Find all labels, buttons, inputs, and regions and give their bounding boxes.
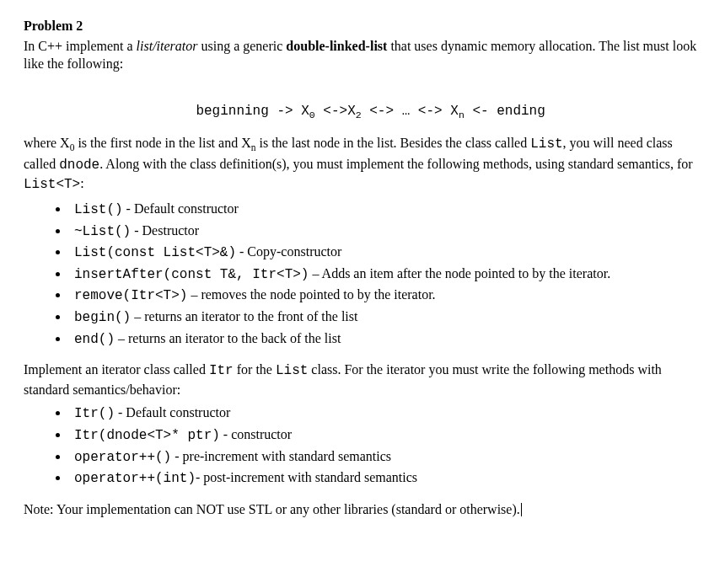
method-code: begin() (74, 310, 131, 325)
method-code: operator++(int) (74, 471, 196, 486)
where-p5: . Along with the class definition(s), yo… (99, 157, 692, 171)
list-item: end() – returns an iterator to the back … (69, 329, 701, 350)
where-m3: List<T> (24, 177, 80, 192)
diagram-sub-n: n (459, 110, 465, 121)
method-code: List() (74, 202, 123, 217)
iter-p2: for the (234, 362, 276, 377)
diagram-sub-0: 0 (309, 110, 315, 121)
diagram-sub-2: 2 (356, 110, 362, 121)
method-desc: - Destructor (131, 223, 199, 238)
heading: Problem 2 (24, 17, 701, 35)
methods-list-1: List() - Default constructor ~List() - D… (24, 200, 701, 349)
method-code: ~List() (74, 224, 131, 239)
intro-italic: list/iterator (137, 39, 198, 53)
list-item: Itr() - Default constructor (69, 404, 701, 424)
text-cursor (521, 503, 522, 516)
note-paragraph: Note: Your implementation can NOT use ST… (24, 500, 701, 519)
list-item: ~List() - Destructor (69, 222, 701, 242)
method-desc: - pre-increment with standard semantics (171, 449, 391, 463)
where-p3: is the last node in the list. Besides th… (255, 136, 530, 150)
diagram-end: <- ending (465, 104, 545, 119)
iter-m2: List (276, 363, 308, 378)
list-item: Itr(dnode<T>* ptr) - constructor (69, 425, 701, 446)
method-code: Itr() (74, 406, 115, 421)
method-desc: – Adds an item after the node pointed to… (309, 266, 610, 281)
where-m2: dnode (59, 158, 99, 173)
iter-p1: Implement an iterator class called (24, 362, 209, 377)
method-code: end() (74, 332, 115, 347)
where-p2: is the first node in the list and X (74, 136, 250, 150)
list-item: insertAfter(const T&, Itr<T>) – Adds an … (69, 265, 701, 285)
method-code: operator++() (74, 450, 171, 465)
list-item: operator++() - pre-increment with standa… (69, 447, 701, 468)
methods-list-2: Itr() - Default constructor Itr(dnode<T>… (24, 404, 701, 488)
list-item: List(const List<T>&) - Copy-constructor (69, 243, 701, 263)
intro-text-2: using a generic (197, 39, 286, 53)
diagram-begin: beginning -> X (196, 104, 309, 119)
note-text: Note: Your implementation can NOT use ST… (24, 502, 520, 516)
where-p6: : (80, 176, 83, 190)
iterator-paragraph: Implement an iterator class called Itr f… (24, 361, 701, 398)
list-item: operator++(int)- post-increment with sta… (69, 468, 701, 489)
method-desc: - constructor (220, 427, 292, 441)
iter-m1: Itr (209, 363, 234, 378)
intro-text-1: In C++ implement a (24, 39, 137, 53)
method-code: Itr(dnode<T>* ptr) (74, 428, 220, 443)
intro-bold: double-linked-list (286, 39, 387, 53)
method-desc: – returns an iterator to the back of the… (115, 331, 341, 345)
method-desc: - Copy-constructor (236, 244, 341, 259)
method-desc: - Default constructor (123, 201, 239, 216)
list-item: remove(Itr<T>) – removes the node pointe… (69, 286, 701, 306)
diagram-mid-a: <->X (315, 104, 356, 119)
method-desc: – removes the node pointed to by the ite… (187, 287, 435, 302)
diagram-line: beginning -> X0 <->X2 <-> … <-> Xn <- en… (24, 85, 701, 122)
method-code: insertAfter(const T&, Itr<T>) (74, 267, 309, 282)
where-m1: List (530, 136, 562, 152)
intro-paragraph: In C++ implement a list/iterator using a… (24, 37, 701, 73)
where-paragraph: where X0 is the first node in the list a… (24, 134, 701, 195)
list-item: begin() – returns an iterator to the fro… (69, 307, 701, 328)
method-desc: – returns an iterator to the front of th… (131, 309, 357, 323)
diagram-mid-b: <-> … <-> X (362, 104, 459, 119)
where-p1: where X (24, 136, 70, 150)
method-desc: - Default constructor (115, 405, 230, 420)
method-desc: - post-increment with standard semantics (196, 470, 417, 484)
list-item: List() - Default constructor (69, 200, 701, 220)
method-code: List(const List<T>&) (74, 245, 236, 260)
method-code: remove(Itr<T>) (74, 288, 187, 303)
